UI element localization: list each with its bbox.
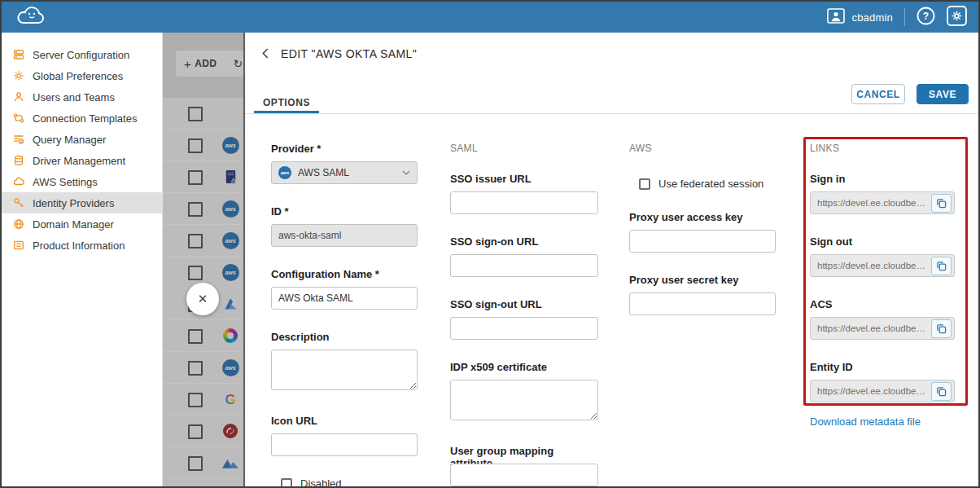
help-button[interactable]: ? (917, 7, 935, 29)
sso-sign-out-url-field[interactable] (450, 317, 598, 340)
saml-section-label: SAML (450, 143, 598, 155)
gear-icon (947, 6, 967, 29)
sidebar-item-domain-manager[interactable]: Domain Manager (2, 213, 162, 235)
disabled-checkbox[interactable] (281, 478, 292, 488)
help-icon: ? (917, 7, 935, 29)
sign-in-url-value: https://devel.ee.cloudbeaver.io... (817, 198, 928, 208)
use-federated-session-row: Use federated session (639, 178, 776, 190)
use-federated-session-checkbox[interactable] (639, 178, 650, 190)
provider-value: AWS SAML (298, 167, 396, 178)
copy-button[interactable] (931, 257, 952, 275)
links-section-label: LINKS (810, 143, 955, 155)
copy-icon (936, 323, 947, 334)
sidebar-item-label: Domain Manager (33, 218, 114, 231)
sign-out-url-value: https://devel.ee.cloudbeaver.io... (817, 261, 928, 270)
proxy-user-secret-key-field[interactable] (629, 292, 776, 315)
sign-in-url-field: https://devel.ee.cloudbeaver.io... (810, 191, 955, 214)
sidebar-item-label: Connection Templates (33, 112, 137, 125)
acs-url-value: https://devel.ee.cloudbeaver.io... (817, 323, 928, 333)
sidebar-item-label: Driver Management (33, 155, 125, 167)
user-group-mapping-attribute-field[interactable] (450, 464, 598, 486)
sign-out-url-field: https://devel.ee.cloudbeaver.io... (810, 254, 955, 277)
topbar-divider (904, 8, 905, 26)
sso-sign-on-url-field[interactable] (450, 254, 598, 277)
save-button[interactable]: SAVE (917, 84, 969, 104)
sidebar-item-label: Users and Teams (33, 91, 115, 103)
copy-icon (936, 261, 947, 271)
copy-button[interactable] (931, 319, 952, 338)
sidebar-item-label: Identity Providers (33, 197, 114, 209)
sidebar-item-label: AWS Settings (33, 176, 98, 188)
sso-sign-on-url-label: SSO sign-on URL (450, 235, 598, 248)
sidebar-item-users-and-teams[interactable]: Users and Teams (2, 86, 162, 108)
chevron-down-icon (402, 170, 410, 176)
sidebar-item-label: Query Manager (33, 134, 106, 146)
sso-issuer-url-label: SSO issuer URL (450, 173, 598, 185)
identity-providers-list-panel: + ADD ↻ R awsawsawsawsawsG (163, 33, 243, 486)
idp-x509-certificate-field[interactable] (450, 380, 598, 420)
copy-icon (936, 198, 947, 209)
gear-icon (12, 70, 24, 82)
sidebar-item-label: Global Preferences (33, 70, 123, 82)
sidebar-item-connection-templates[interactable]: Connection Templates (2, 108, 162, 129)
top-bar: cbadmin ? (2, 2, 978, 33)
icon-url-field[interactable] (271, 433, 418, 456)
sidebar-item-server-configuration[interactable]: Server Configuration (2, 44, 162, 65)
copy-button[interactable] (931, 382, 952, 401)
entity-id-url-value: https://devel.ee.cloudbeaver.io... (817, 386, 928, 396)
sidebar-item-label: Server Configuration (33, 49, 129, 61)
id-field[interactable] (271, 224, 418, 247)
links-column: LINKS Sign inhttps://devel.ee.cloudbeave… (810, 143, 955, 402)
disabled-checkbox-label: Disabled (300, 477, 342, 488)
sign-in-label: Sign in (810, 173, 955, 185)
settings-button[interactable] (947, 6, 967, 29)
sidebar-item-query-manager[interactable]: Query Manager (2, 129, 162, 150)
proxy-user-access-key-field[interactable] (629, 230, 776, 253)
cloudbeaver-logo-icon (13, 3, 50, 31)
user-menu-button[interactable]: cbadmin (827, 8, 893, 27)
description-label: Description (271, 331, 418, 343)
server-icon (12, 49, 24, 61)
copy-button[interactable] (931, 194, 952, 213)
person-icon (12, 91, 24, 103)
aws-icon: aws (278, 166, 291, 179)
sidebar-item-product-information[interactable]: Product Information (2, 235, 162, 256)
edit-provider-panel: EDIT "AWS OKTA SAML" CANCEL SAVE OPTIONS… (243, 33, 978, 486)
saml-column: SAML SSO issuer URLSSO sign-on URLSSO si… (450, 143, 598, 486)
sidebar-item-driver-management[interactable]: Driver Management (2, 150, 162, 171)
proxy-user-secret-key-label: Proxy user secret key (629, 274, 776, 286)
globe-icon (12, 218, 24, 231)
sso-issuer-url-field[interactable] (450, 191, 598, 214)
provider-select[interactable]: aws AWS SAML (271, 161, 418, 184)
app-window: cbadmin ? Server ConfigurationGlobal Pre… (0, 0, 980, 488)
download-metadata-link[interactable]: Download metadata file (810, 415, 921, 428)
sidebar-item-identity-providers[interactable]: Identity Providers (2, 192, 162, 213)
icon-url-label: Icon URL (271, 415, 418, 427)
admin-sidebar: Server ConfigurationGlobal PreferencesUs… (2, 33, 163, 486)
sso-sign-out-url-label: SSO sign-out URL (450, 298, 598, 310)
configuration-name-field[interactable] (271, 287, 418, 310)
copy-icon (936, 386, 947, 397)
tab-options[interactable]: OPTIONS (254, 91, 319, 113)
info-icon (12, 240, 24, 252)
acs-url-field: https://devel.ee.cloudbeaver.io... (810, 317, 955, 340)
key-icon (12, 197, 24, 209)
description-field[interactable] (271, 350, 418, 390)
page-title: EDIT "AWS OKTA SAML" (281, 47, 417, 60)
cloud-icon (12, 176, 24, 188)
aws-section-label: AWS (629, 143, 776, 155)
flow-icon (12, 112, 24, 125)
disabled-overlay (163, 33, 243, 486)
close-editor-button[interactable]: ✕ (186, 283, 219, 315)
entity-id-label: Entity ID (810, 361, 955, 373)
aws-column: AWS Use federated sessionProxy user acce… (629, 143, 776, 315)
database-icon (12, 155, 24, 167)
sidebar-item-global-preferences[interactable]: Global Preferences (2, 65, 162, 86)
acs-label: ACS (810, 298, 955, 310)
user-group-mapping-attribute-label: User group mapping attribute (450, 445, 598, 457)
idp-x509-certificate-label: IDP x509 certificate (450, 361, 598, 373)
proxy-user-access-key-label: Proxy user access key (629, 211, 776, 223)
sidebar-item-aws-settings[interactable]: AWS Settings (2, 171, 162, 192)
back-button[interactable] (260, 47, 273, 60)
cancel-button[interactable]: CANCEL (851, 84, 905, 104)
